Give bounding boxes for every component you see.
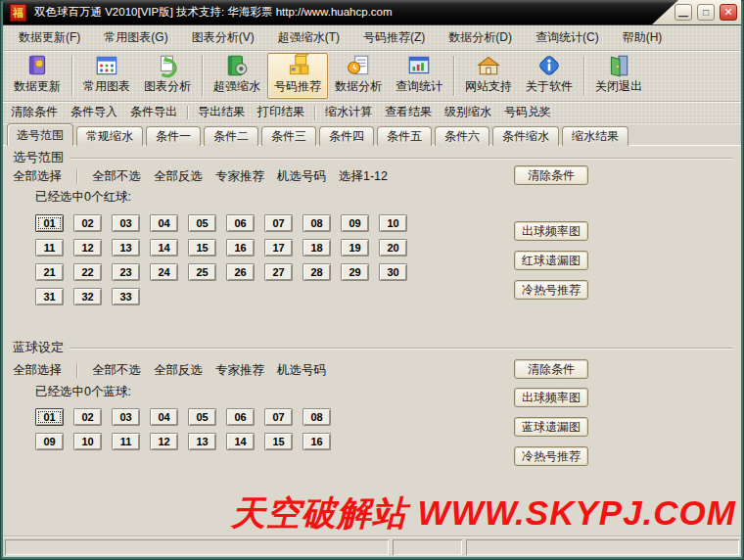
menu-item[interactable]: 查询统计(C) <box>535 29 599 46</box>
toolbar-website-support[interactable]: 网站支持 <box>458 53 519 99</box>
toolbar-common-charts[interactable]: 常用图表 <box>76 53 137 99</box>
red-select-all-link[interactable]: 全部选择 <box>13 168 62 185</box>
blue-ball-button[interactable]: 02 <box>73 408 102 426</box>
maximize-button[interactable]: □ <box>697 4 715 21</box>
red-ball-button[interactable]: 24 <box>150 263 178 281</box>
quickbar-action[interactable]: 号码兑奖 <box>504 104 551 120</box>
red-ball-button[interactable]: 15 <box>188 239 216 257</box>
red-ball-button[interactable]: 12 <box>73 239 102 257</box>
menu-item[interactable]: 帮助(H) <box>623 29 663 46</box>
red-link[interactable]: 机选号码 <box>277 168 326 185</box>
red-link[interactable]: 全部反选 <box>154 168 203 185</box>
tab[interactable]: 缩水结果 <box>562 126 628 146</box>
blue-chart-button[interactable]: 冷热号推荐 <box>514 446 588 466</box>
red-ball-button[interactable]: 30 <box>379 263 407 281</box>
minimize-button[interactable]: — <box>674 4 692 21</box>
red-ball-button[interactable]: 07 <box>264 214 293 232</box>
red-link[interactable]: 专家推荐 <box>215 168 264 185</box>
red-ball-button[interactable]: 16 <box>226 239 255 257</box>
blue-select-all-link[interactable]: 全部选择 <box>13 362 62 379</box>
red-ball-button[interactable]: 13 <box>112 239 140 257</box>
blue-link[interactable]: 全部不选 <box>92 362 141 379</box>
red-ball-button[interactable]: 28 <box>302 263 331 281</box>
menu-item[interactable]: 数据分析(D) <box>448 29 512 46</box>
blue-link[interactable]: 机选号码 <box>277 362 326 379</box>
red-ball-button[interactable]: 20 <box>379 239 407 257</box>
red-ball-button[interactable]: 17 <box>264 239 293 257</box>
tab[interactable]: 条件缩水 <box>492 126 559 146</box>
red-ball-button[interactable]: 06 <box>226 214 255 232</box>
tab[interactable]: 条件二 <box>204 126 258 146</box>
blue-ball-button[interactable]: 07 <box>264 408 293 426</box>
quickbar-action[interactable]: 级别缩水 <box>444 104 491 120</box>
red-ball-button[interactable]: 04 <box>150 214 178 232</box>
menu-item[interactable]: 号码推荐(Z) <box>363 29 425 46</box>
blue-ball-button[interactable]: 12 <box>150 433 178 450</box>
toolbar-data-update[interactable]: 数据更新 <box>7 53 68 99</box>
menu-item[interactable]: 数据更新(F) <box>19 29 80 46</box>
red-ball-button[interactable]: 32 <box>73 288 102 305</box>
red-ball-button[interactable]: 21 <box>35 263 64 281</box>
blue-ball-button[interactable]: 16 <box>302 433 331 450</box>
toolbar-query-stats[interactable]: 查询统计 <box>389 53 449 99</box>
red-chart-button[interactable]: 红球遗漏图 <box>514 251 588 270</box>
red-link[interactable]: 全部不选 <box>92 168 141 185</box>
tab[interactable]: 条件一 <box>146 126 201 146</box>
tab[interactable]: 条件三 <box>261 126 316 146</box>
toolbar-super-shrink[interactable]: 超强缩水 <box>207 53 267 99</box>
toolbar-about-software[interactable]: 关于软件 <box>519 53 580 99</box>
red-ball-button[interactable]: 05 <box>188 214 216 232</box>
red-ball-button[interactable]: 27 <box>264 263 293 281</box>
blue-link[interactable]: 全部反选 <box>154 362 203 379</box>
red-chart-button[interactable]: 出球频率图 <box>514 221 588 241</box>
red-ball-button[interactable]: 09 <box>341 214 369 232</box>
red-ball-button[interactable]: 26 <box>226 263 255 281</box>
red-ball-button[interactable]: 03 <box>112 214 140 232</box>
blue-ball-button[interactable]: 04 <box>150 408 178 426</box>
red-ball-button[interactable]: 31 <box>35 288 64 305</box>
blue-ball-button[interactable]: 08 <box>302 408 331 426</box>
toolbar-close-exit[interactable]: 关闭退出 <box>588 53 649 99</box>
red-ball-button[interactable]: 25 <box>188 263 216 281</box>
blue-ball-button[interactable]: 10 <box>73 433 102 450</box>
red-ball-button[interactable]: 10 <box>379 214 407 232</box>
quickbar-action[interactable]: 条件导出 <box>130 104 177 120</box>
blue-chart-button[interactable]: 出球频率图 <box>514 388 588 407</box>
menu-item[interactable]: 图表分析(V) <box>192 29 255 46</box>
red-chart-button[interactable]: 冷热号推荐 <box>514 280 588 300</box>
close-button[interactable]: ✕ <box>720 4 737 21</box>
quickbar-action[interactable]: 查看结果 <box>385 104 432 120</box>
quickbar-action[interactable]: 清除条件 <box>11 104 58 120</box>
blue-link[interactable]: 专家推荐 <box>215 362 264 379</box>
red-clear-button[interactable]: 清除条件 <box>514 165 588 185</box>
tab[interactable]: 常规缩水 <box>76 126 143 146</box>
menu-item[interactable]: 超强缩水(T) <box>278 29 340 46</box>
blue-ball-button[interactable]: 05 <box>188 408 216 426</box>
quickbar-action[interactable]: 条件导入 <box>70 104 117 120</box>
title-bar[interactable]: 福 双色球百万通 V2010[VIP版] 技术支持: 华海彩票 http://w… <box>3 0 741 25</box>
red-link[interactable]: 选择1-12 <box>339 168 388 185</box>
red-ball-button[interactable]: 19 <box>341 239 369 257</box>
blue-ball-button[interactable]: 09 <box>35 433 64 450</box>
tab[interactable]: 选号范围 <box>7 123 73 146</box>
blue-ball-button[interactable]: 03 <box>112 408 140 426</box>
quickbar-action[interactable]: 缩水计算 <box>325 104 372 120</box>
red-ball-button[interactable]: 23 <box>112 263 140 281</box>
quickbar-action[interactable]: 打印结果 <box>257 104 304 120</box>
tab[interactable]: 条件四 <box>319 126 374 146</box>
blue-clear-button[interactable]: 清除条件 <box>514 359 588 379</box>
red-ball-button[interactable]: 08 <box>302 214 331 232</box>
toolbar-data-analysis[interactable]: 数据分析 <box>328 53 389 99</box>
red-ball-button[interactable]: 14 <box>150 239 178 257</box>
red-ball-button[interactable]: 29 <box>341 263 369 281</box>
tab[interactable]: 条件六 <box>435 126 489 146</box>
blue-ball-button[interactable]: 11 <box>112 433 140 450</box>
blue-ball-button[interactable]: 06 <box>226 408 255 426</box>
red-ball-button[interactable]: 11 <box>35 239 64 257</box>
toolbar-number-recommend[interactable]: 号码推荐 <box>267 53 328 99</box>
blue-ball-button[interactable]: 14 <box>226 433 255 450</box>
toolbar-chart-analysis[interactable]: 图表分析 <box>137 53 198 99</box>
menu-item[interactable]: 常用图表(G) <box>104 29 167 46</box>
red-ball-button[interactable]: 22 <box>73 263 102 281</box>
red-ball-button[interactable]: 02 <box>73 214 102 232</box>
